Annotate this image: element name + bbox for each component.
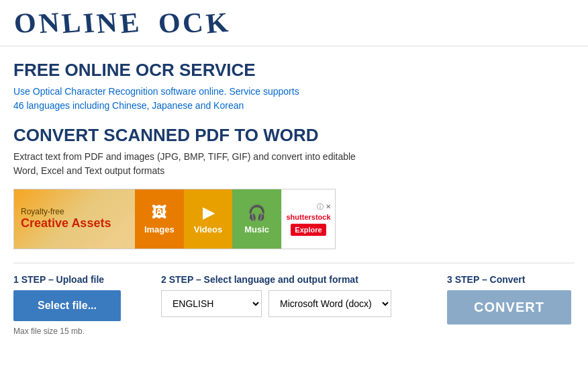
step3-section: 3 STEP – Convert CONVERT [447, 274, 575, 325]
ad-video-icon: ▶ [203, 204, 214, 222]
convert-button[interactable]: CONVERT [447, 290, 571, 325]
step1-section: 1 STEP – Upload file Select file... Max … [13, 274, 148, 336]
ad-royalty: Royalty-free [21, 207, 128, 216]
step3-label: 3 STEP – Convert [447, 274, 525, 285]
step2-selects: ENGLISH FRENCH GERMAN SPANISH CHINESE JA… [161, 290, 434, 317]
language-select[interactable]: ENGLISH FRENCH GERMAN SPANISH CHINESE JA… [161, 290, 262, 317]
steps-area: 1 STEP – Upload file Select file... Max … [13, 263, 575, 336]
convert-title: CONVERT SCANNED PDF TO WORD [13, 125, 575, 146]
convert-description: Extract text from PDF and images (JPG, B… [13, 150, 575, 178]
ad-creative: Creative Assets [21, 216, 128, 231]
ad-images-label: Images [144, 224, 175, 234]
ad-music-icon: 🎧 [248, 204, 266, 222]
step1-label: 1 STEP – Upload file [13, 274, 148, 285]
ad-left: Royalty-free Creative Assets [14, 189, 135, 249]
step2-label: 2 STEP – Select language and output form… [161, 274, 434, 285]
ad-music-cat[interactable]: 🎧 Music [232, 189, 281, 249]
ad-brand-name: shutterstock [287, 213, 331, 221]
logo: ONLINE OCK [13, 7, 230, 39]
ad-info-icon: ⓘ ✕ [317, 202, 331, 212]
ad-music-label: Music [244, 224, 269, 234]
select-file-button[interactable]: Select file... [13, 290, 121, 321]
ad-videos-label: Videos [194, 224, 222, 234]
header: ONLINE OCK [0, 0, 588, 46]
ad-right: 🖼 Images ▶ Videos 🎧 Music ⓘ ✕ shuttersto… [135, 189, 335, 249]
service-title: FREE ONLINE OCR SERVICE [13, 60, 575, 81]
ad-image-icon: 🖼 [152, 204, 166, 222]
ad-images-cat[interactable]: 🖼 Images [135, 189, 184, 249]
ad-videos-cat[interactable]: ▶ Videos [184, 189, 233, 249]
ad-shutterstock[interactable]: ⓘ ✕ shutterstock Explore [281, 189, 335, 249]
step2-section: 2 STEP – Select language and output form… [161, 274, 434, 317]
max-file-note: Max file size 15 mb. [13, 327, 148, 336]
ad-explore-btn[interactable]: Explore [291, 224, 326, 236]
format-select[interactable]: Microsoft Word (docx) Microsoft Excel (x… [268, 290, 391, 317]
ad-banner: Royalty-free Creative Assets 🖼 Images ▶ … [13, 189, 336, 249]
service-description: Use Optical Character Recognition softwa… [13, 85, 575, 113]
main-content: FREE ONLINE OCR SERVICE Use Optical Char… [0, 46, 588, 343]
